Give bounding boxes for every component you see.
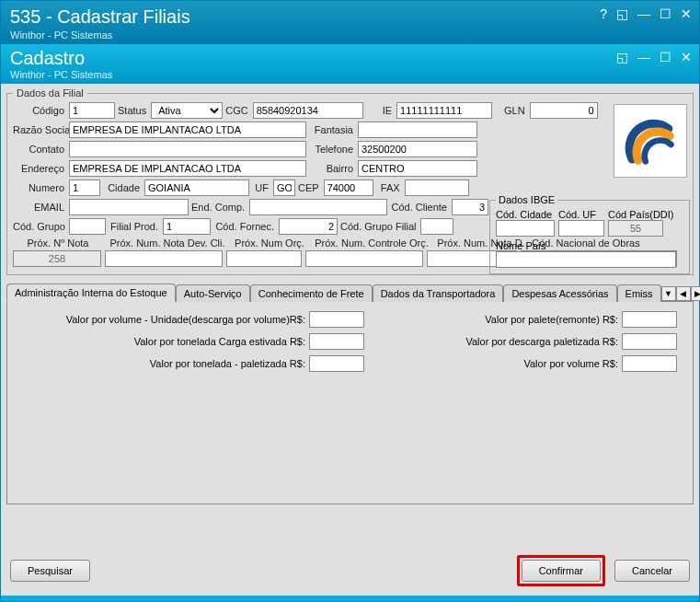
valor-descarga-paletizada-field[interactable] bbox=[622, 333, 677, 350]
restore-icon[interactable]: ◱ bbox=[616, 6, 628, 21]
razao-field[interactable] bbox=[69, 122, 306, 138]
contato-field[interactable] bbox=[69, 141, 306, 157]
lbl-proxnumdev: Próx. Num. Nota Dev. Cli. bbox=[109, 237, 228, 249]
lbl-codfornec: Cód. Fornec. bbox=[213, 221, 276, 232]
lbl-proxnota: Próx. Nº Nota bbox=[13, 237, 105, 249]
lbl-valor-volume-unidade: Valor por volume - Unidade(descarga por … bbox=[66, 314, 309, 325]
lbl-contato: Contato bbox=[13, 144, 66, 155]
pesquisar-button[interactable]: Pesquisar bbox=[10, 560, 90, 582]
tab-dados-transportadora[interactable]: Dados da Transportadora bbox=[373, 284, 504, 302]
lbl-valor-palete-remonte: Valor por palete(remonte) R$: bbox=[485, 314, 622, 325]
coduf-field[interactable] bbox=[558, 220, 604, 237]
proxnumcontrole-field[interactable] bbox=[305, 250, 423, 267]
valor-volume-unidade-field[interactable] bbox=[309, 311, 364, 328]
valor-palete-remonte-field[interactable] bbox=[622, 311, 677, 328]
cep-field[interactable] bbox=[324, 179, 373, 196]
codgrupo-field[interactable] bbox=[69, 218, 106, 235]
fieldset-dados-filial: Dados da Filial Código Status Ativa CGC … bbox=[6, 87, 694, 275]
lbl-nomepais: Nome País bbox=[496, 240, 545, 251]
fieldset-ibge: Dados IBGE Cód. Cidade Cód. UF Cód País(… bbox=[489, 194, 690, 274]
lbl-valor-tonelada-carga: Valor por tonelada Carga estivada R$: bbox=[134, 336, 309, 347]
valor-tonelada-carga-field[interactable] bbox=[309, 333, 364, 350]
valor-volume-field[interactable] bbox=[622, 355, 677, 372]
window-title: 535 - Cadastrar Filiais bbox=[10, 6, 690, 28]
lbl-razao: Razão Social bbox=[13, 124, 66, 135]
lbl-fantasia: Fantasia bbox=[309, 124, 355, 135]
email-field[interactable] bbox=[69, 199, 189, 215]
cgc-field[interactable] bbox=[253, 102, 363, 119]
help-icon[interactable]: ? bbox=[600, 6, 607, 21]
codgrupofilial-field[interactable] bbox=[420, 218, 453, 235]
filialprod-field[interactable] bbox=[163, 218, 211, 235]
gln-field[interactable] bbox=[530, 102, 598, 119]
confirmar-button[interactable]: Confirmar bbox=[522, 560, 601, 582]
sub-close-icon[interactable]: ✕ bbox=[681, 50, 692, 64]
lbl-proxnumorc: Próx. Num Orç. bbox=[232, 237, 309, 249]
lbl-ie: IE bbox=[383, 105, 394, 116]
tabs: Administração Interna do Estoque Auto-Se… bbox=[6, 283, 694, 504]
bairro-field[interactable] bbox=[358, 160, 477, 177]
tab-scroll-down-icon[interactable]: ▼ bbox=[661, 286, 676, 301]
status-select[interactable]: Ativa bbox=[151, 102, 223, 119]
lbl-proxnumcontrole: Próx. Num. Controle Orç. bbox=[313, 237, 432, 249]
lbl-fax: FAX bbox=[376, 182, 402, 193]
proxnota-field bbox=[13, 250, 101, 267]
endcomp-field[interactable] bbox=[249, 199, 387, 215]
proxnumorc-field[interactable] bbox=[226, 250, 302, 267]
lbl-filialprod: Filial Prod. bbox=[109, 221, 160, 232]
fantasia-field[interactable] bbox=[358, 122, 477, 138]
tab-adm-estoque[interactable]: Administração Interna do Estoque bbox=[6, 284, 176, 302]
cancelar-button[interactable]: Cancelar bbox=[614, 560, 690, 582]
lbl-codcidade: Cód. Cidade bbox=[496, 209, 555, 220]
lbl-codcliente: Cód. Cliente bbox=[390, 202, 449, 213]
codcidade-field[interactable] bbox=[496, 220, 555, 237]
lbl-telefone: Telefone bbox=[309, 144, 355, 155]
endereco-field[interactable] bbox=[69, 160, 306, 177]
codfornec-field[interactable] bbox=[279, 218, 338, 235]
close-icon[interactable]: ✕ bbox=[681, 6, 692, 21]
lbl-codgrupo: Cód. Grupo bbox=[13, 221, 66, 232]
fax-field[interactable] bbox=[405, 179, 469, 196]
titlebar: 535 - Cadastrar Filiais Winthor - PC Sis… bbox=[1, 1, 699, 44]
tab-despesas-acessorias[interactable]: Despesas Acessórias bbox=[503, 284, 616, 302]
lbl-gln: GLN bbox=[504, 105, 527, 116]
tab-scroll-right-icon[interactable]: ▶ bbox=[691, 286, 700, 301]
subwindow-subtitle: Winthor - PC Sistemas bbox=[10, 69, 690, 80]
sub-minimize-icon[interactable]: — bbox=[637, 50, 650, 64]
codpais-field bbox=[608, 220, 663, 237]
lbl-valor-volume: Valor por volume R$: bbox=[523, 358, 622, 369]
uf-field[interactable] bbox=[273, 179, 295, 196]
lbl-cgc: CGC bbox=[225, 105, 249, 116]
cidade-field[interactable] bbox=[144, 179, 249, 196]
sub-restore-icon[interactable]: ◱ bbox=[616, 50, 628, 64]
tab-conhecimento-frete[interactable]: Conhecimento de Frete bbox=[250, 284, 373, 302]
lbl-bairro: Bairro bbox=[309, 163, 355, 174]
tab-emiss[interactable]: Emiss bbox=[617, 284, 661, 302]
lbl-email: EMAIL bbox=[13, 202, 66, 213]
valor-tonelada-paletizada-field[interactable] bbox=[309, 355, 364, 372]
ibge-legend: Dados IBGE bbox=[496, 194, 557, 205]
ie-field[interactable] bbox=[396, 102, 492, 119]
codcliente-field[interactable] bbox=[452, 199, 488, 215]
lbl-codigo: Código bbox=[13, 105, 66, 116]
lbl-status: Status bbox=[118, 105, 148, 116]
company-logo bbox=[614, 104, 687, 178]
lbl-coduf: Cód. UF bbox=[558, 209, 604, 220]
tab-scroll-left-icon[interactable]: ◀ bbox=[676, 286, 691, 301]
body: Dados da Filial Código Status Ativa CGC … bbox=[1, 84, 699, 596]
minimize-icon[interactable]: — bbox=[637, 6, 650, 21]
tab-auto-servico[interactable]: Auto-Serviço bbox=[176, 284, 250, 302]
maximize-icon[interactable]: ☐ bbox=[660, 6, 671, 21]
lbl-endcomp: End. Comp. bbox=[191, 202, 247, 213]
fieldset-legend: Dados da Filial bbox=[13, 87, 87, 98]
lbl-codgrupofilial: Cód. Grupo Filial bbox=[340, 221, 418, 232]
lbl-codpais: Cód País(DDI) bbox=[608, 209, 674, 220]
nomepais-field[interactable] bbox=[496, 251, 676, 268]
numero-field[interactable] bbox=[69, 179, 100, 196]
window-subtitle: Winthor - PC Sistemas bbox=[10, 29, 690, 41]
telefone-field[interactable] bbox=[358, 141, 477, 157]
proxnumdev-field[interactable] bbox=[105, 250, 223, 267]
codigo-field[interactable] bbox=[69, 102, 115, 119]
lbl-cep: CEP bbox=[298, 182, 321, 193]
sub-maximize-icon[interactable]: ☐ bbox=[660, 50, 671, 64]
